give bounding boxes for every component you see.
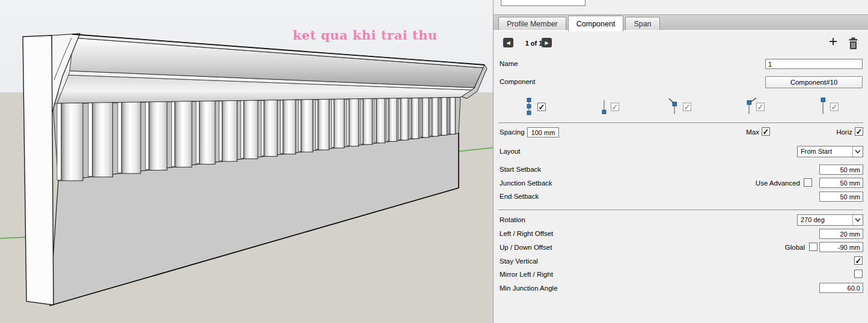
- watermark-text: ket qua khi trai thu: [293, 28, 497, 43]
- layout-label: Layout: [500, 148, 521, 155]
- min-junction-angle-label: Min Junction Angle: [500, 285, 558, 292]
- separator-2: [498, 210, 863, 210]
- name-input[interactable]: [765, 59, 863, 69]
- add-component-button[interactable]: +: [829, 35, 837, 47]
- ud-offset-input[interactable]: [819, 242, 863, 252]
- anchor-3-checkbox[interactable]: ✓: [683, 103, 691, 111]
- anchor-top-left-icon: [667, 97, 682, 115]
- max-checkbox[interactable]: ✓: [762, 127, 770, 136]
- junction-setback-input[interactable]: [819, 178, 863, 188]
- anchor-4-checkbox[interactable]: ✓: [756, 103, 765, 111]
- separator-1: [498, 122, 863, 123]
- mirror-label: Mirror Left / Right: [500, 271, 553, 278]
- end-cap-face: [23, 35, 53, 305]
- spacing-label: Spacing: [500, 128, 525, 136]
- anchor-2-checkbox[interactable]: ✓: [611, 103, 619, 111]
- distribute-points-icon: [522, 98, 536, 115]
- use-advanced-label: Use Advanced: [751, 180, 800, 187]
- component-picker-button[interactable]: Component#10: [765, 76, 863, 88]
- stay-vertical-label: Stay Vertical: [500, 258, 538, 265]
- spacing-input[interactable]: [527, 127, 559, 137]
- global-checkbox[interactable]: [809, 243, 818, 251]
- 3d-scene: [0, 0, 493, 323]
- tab-span[interactable]: Span: [625, 17, 659, 30]
- global-label: Global: [770, 244, 805, 251]
- chevron-down-icon: [852, 146, 863, 157]
- settings-panel: Profile Member Component Span ◀ 1 of 1 ▶…: [493, 0, 868, 323]
- anchor-5-checkbox[interactable]: ✓: [830, 103, 839, 111]
- rotation-dropdown[interactable]: 270 deg: [797, 214, 863, 226]
- use-advanced-checkbox[interactable]: [804, 178, 812, 187]
- max-label: Max: [728, 128, 759, 136]
- anchor-1-checkbox[interactable]: ✓: [537, 103, 546, 111]
- min-junction-angle-input[interactable]: [819, 283, 863, 293]
- component-label: Component: [500, 78, 535, 85]
- junction-setback-label: Junction Setback: [500, 180, 552, 187]
- ud-offset-label: Up / Down Offset: [500, 244, 552, 251]
- tab-profile-member[interactable]: Profile Member: [498, 17, 566, 30]
- layout-value: From Start: [798, 146, 852, 157]
- horiz-checkbox[interactable]: ✓: [855, 127, 863, 136]
- end-setback-input[interactable]: [819, 192, 863, 202]
- chevron-down-icon: [852, 215, 863, 225]
- name-label: Name: [500, 60, 518, 67]
- anchor-bottom-icon: [598, 100, 611, 115]
- start-setback-input[interactable]: [819, 165, 863, 175]
- tab-bar: Profile Member Component Span: [494, 14, 868, 30]
- tab-component[interactable]: Component: [568, 16, 624, 31]
- end-setback-label: End Setback: [500, 193, 539, 200]
- delete-icon[interactable]: [847, 37, 860, 50]
- tab-content-divider: [494, 30, 868, 31]
- anchor-top-icon: [816, 97, 830, 115]
- lr-offset-label: Left / Right Offset: [500, 230, 553, 237]
- start-setback-label: Start Setback: [500, 166, 541, 173]
- top-input[interactable]: [501, 0, 585, 6]
- 3d-viewport[interactable]: ket qua khi trai thu: [0, 0, 493, 323]
- stay-vertical-checkbox[interactable]: ✓: [854, 256, 863, 265]
- lr-offset-input[interactable]: [819, 229, 863, 239]
- rotation-label: Rotation: [500, 216, 525, 223]
- prev-page-button[interactable]: ◀: [503, 38, 513, 47]
- rotation-value: 270 deg: [798, 215, 852, 225]
- mirror-checkbox[interactable]: [854, 270, 863, 278]
- next-page-button[interactable]: ▶: [542, 38, 552, 47]
- horiz-label: Horiz: [818, 128, 852, 136]
- layout-dropdown[interactable]: From Start: [797, 146, 863, 157]
